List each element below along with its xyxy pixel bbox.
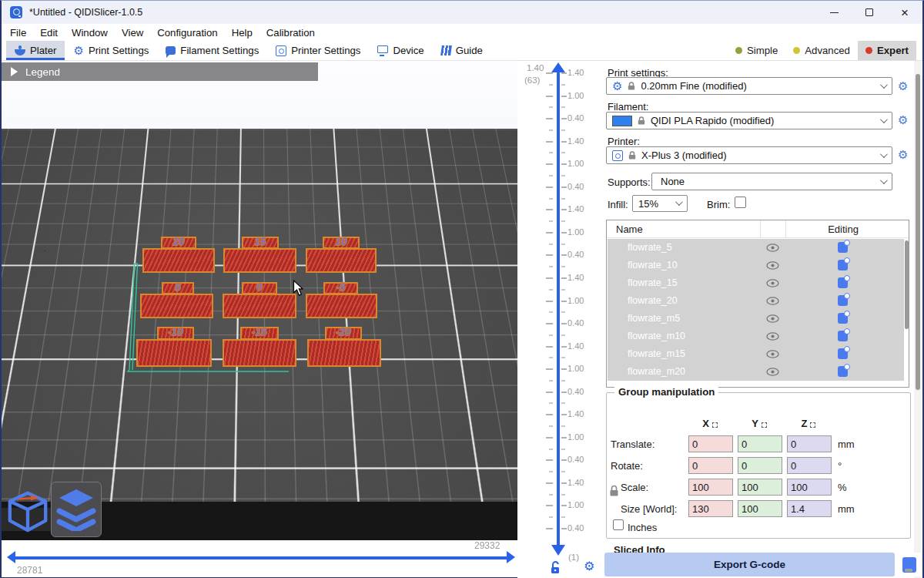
gm-input-y[interactable]: 100: [738, 479, 782, 496]
layer-slider-current-layer: (63): [524, 76, 540, 85]
visibility-eye-icon[interactable]: [766, 261, 779, 272]
flowrate-object[interactable]: [307, 339, 381, 367]
menu-configuration[interactable]: Configuration: [150, 25, 224, 40]
filament-edit-gear[interactable]: ⚙: [898, 114, 908, 126]
editing-icon[interactable]: [838, 331, 848, 344]
editing-icon[interactable]: [838, 277, 848, 291]
tick-mark: [546, 72, 553, 74]
print-settings-edit-gear[interactable]: ⚙: [898, 80, 908, 92]
flowrate-object[interactable]: [223, 294, 296, 318]
visibility-eye-icon[interactable]: [766, 279, 779, 290]
visibility-eye-icon[interactable]: [766, 244, 779, 254]
tab-label: Guide: [456, 45, 483, 56]
flowrate-object[interactable]: [223, 339, 296, 367]
supports-combo[interactable]: None: [651, 173, 892, 190]
layer-slider-lower-handle[interactable]: [551, 545, 565, 556]
gm-row-label: Translate:: [611, 439, 654, 450]
editing-icon[interactable]: [838, 348, 848, 361]
editing-icon[interactable]: [838, 295, 848, 308]
uniform-scale-lock-icon[interactable]: [609, 484, 619, 499]
minor-tick-mark: [549, 106, 553, 108]
export-to-device-button[interactable]: [896, 553, 922, 576]
gm-input-x[interactable]: 100: [688, 479, 733, 496]
inches-checkbox[interactable]: [613, 519, 624, 530]
tab-device[interactable]: Device: [369, 41, 432, 60]
gm-input-y[interactable]: 0: [738, 435, 782, 452]
menu-edit[interactable]: Edit: [33, 25, 65, 40]
flowrate-object[interactable]: [223, 248, 296, 273]
mode-simple[interactable]: Simple: [728, 41, 785, 60]
visibility-eye-icon[interactable]: [766, 350, 779, 361]
editing-icon[interactable]: [838, 313, 848, 326]
menu-help[interactable]: Help: [225, 25, 259, 40]
object-list-row[interactable]: flowrate_m10: [608, 328, 904, 345]
legend-bar[interactable]: Legend: [2, 62, 318, 81]
gm-input-z[interactable]: 100: [787, 479, 832, 496]
editing-icon[interactable]: [838, 242, 848, 255]
menu-file[interactable]: File: [3, 25, 33, 40]
visibility-eye-icon[interactable]: [766, 314, 779, 325]
viewport-3d[interactable]: 20151050-5-10-15-20 Legend: [2, 61, 517, 540]
object-list-row[interactable]: flowrate_20: [608, 292, 904, 310]
brim-checkbox[interactable]: [735, 197, 746, 208]
filament-combo[interactable]: QIDI PLA Rapido (modified): [606, 112, 892, 129]
object-list-row[interactable]: flowrate_10: [608, 257, 904, 274]
visibility-eye-icon[interactable]: [766, 332, 779, 343]
flowrate-object[interactable]: [306, 294, 377, 318]
tab-plater[interactable]: Plater: [6, 41, 65, 60]
mode-advanced[interactable]: Advanced: [785, 41, 858, 60]
slider-lock-button[interactable]: [550, 560, 561, 576]
mode-expert[interactable]: Expert: [858, 41, 916, 60]
gm-input-x[interactable]: 0: [688, 457, 733, 474]
move-slider-track[interactable]: [14, 556, 508, 560]
gm-input-z[interactable]: 0: [787, 457, 832, 474]
preview-view-button[interactable]: [51, 482, 102, 537]
minimize-button[interactable]: [816, 1, 852, 24]
tick-mark: [561, 96, 567, 97]
menu-calibration[interactable]: Calibration: [259, 25, 322, 40]
chevron-down-icon: [675, 198, 683, 206]
gm-input-x[interactable]: 0: [688, 435, 733, 452]
flowrate-object[interactable]: [140, 294, 213, 318]
tab-print-settings[interactable]: ⚙Print Settings: [65, 41, 157, 60]
editor-view-button[interactable]: [5, 486, 51, 537]
object-list-row[interactable]: flowrate_15: [608, 274, 904, 292]
printer-edit-gear[interactable]: ⚙: [898, 149, 908, 160]
tick-mark: [546, 391, 553, 393]
gm-input-x[interactable]: 130: [688, 500, 733, 517]
object-list-row[interactable]: flowrate_m5: [608, 310, 904, 328]
slider-settings-gear-icon[interactable]: ⚙: [584, 560, 594, 573]
move-slider-right-handle[interactable]: [507, 551, 515, 563]
object-list-row[interactable]: flowrate_5: [608, 239, 904, 257]
gm-input-y[interactable]: 100: [738, 500, 782, 517]
object-list-row[interactable]: flowrate_m15: [608, 345, 904, 363]
gm-input-z[interactable]: 0: [787, 435, 832, 452]
tab-filament-settings[interactable]: Filament Settings: [157, 41, 267, 60]
tick-mark: [561, 141, 567, 143]
printer-combo[interactable]: X-Plus 3 (modified): [606, 146, 892, 164]
gm-input-z[interactable]: 1.4: [787, 500, 832, 517]
object-name: flowrate_10: [628, 260, 678, 271]
print-bed[interactable]: [2, 129, 517, 508]
maximize-button[interactable]: [852, 1, 887, 24]
object-list-row[interactable]: flowrate_m20: [608, 363, 904, 381]
editing-icon[interactable]: [838, 366, 848, 379]
layer-slider-track[interactable]: [557, 72, 560, 546]
flowrate-object[interactable]: [136, 339, 212, 367]
print-settings-combo[interactable]: ⚙ 0.20mm Fine (modified): [606, 77, 892, 95]
flowrate-object[interactable]: [142, 248, 215, 273]
infill-combo[interactable]: 15%: [632, 195, 688, 212]
object-list-scrollbar[interactable]: [905, 240, 909, 329]
gm-input-y[interactable]: 0: [738, 457, 782, 474]
sidebar-scrollbar-thumb[interactable]: [916, 74, 920, 390]
close-button[interactable]: ×: [887, 1, 922, 24]
menu-view[interactable]: View: [115, 25, 150, 40]
visibility-eye-icon[interactable]: [766, 297, 779, 307]
flowrate-object[interactable]: [306, 248, 377, 273]
visibility-eye-icon[interactable]: [766, 368, 779, 378]
tab-guide[interactable]: Guide: [433, 41, 491, 60]
menu-window[interactable]: Window: [65, 25, 115, 40]
tab-printer-settings[interactable]: Printer Settings: [267, 41, 369, 60]
editing-icon[interactable]: [838, 260, 848, 273]
export-gcode-button[interactable]: Export G-code: [604, 553, 895, 576]
